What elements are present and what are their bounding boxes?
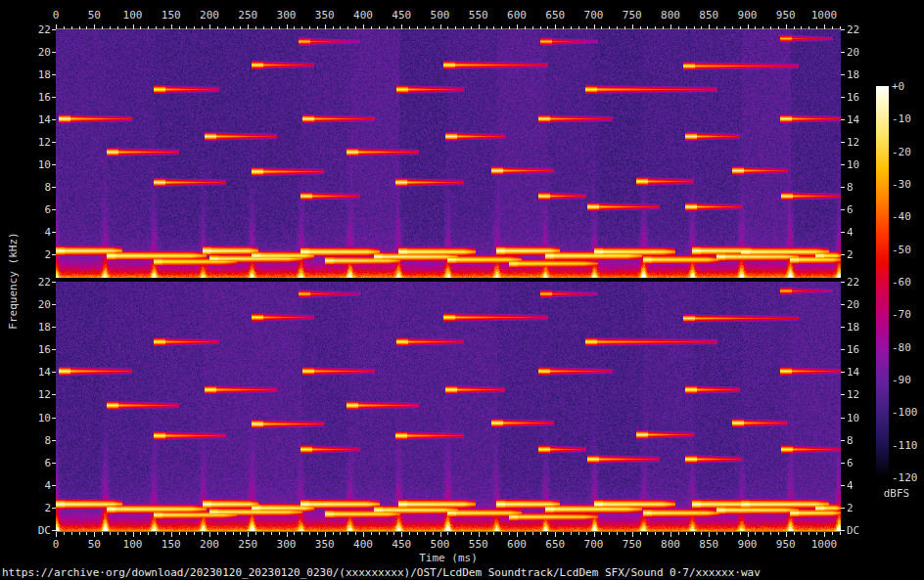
time-minor-tick-bottom [233,532,234,535]
freq-tick-right [841,29,845,30]
time-minor-tick-bottom [762,532,763,535]
time-minor-tick-bottom [563,532,564,535]
colorbar-tick-label: -40 [892,210,911,223]
time-minor-tick-top [724,26,725,29]
time-minor-tick-top [778,26,779,29]
freq-tick-left [52,463,56,464]
time-tick-label-bottom: 550 [469,538,488,551]
freq-tick-right [841,418,845,419]
time-minor-tick-top [532,26,533,29]
colorbar-tick-label: -30 [892,178,911,191]
freq-tick-right [841,119,845,120]
freq-tick-left [52,508,56,509]
freq-tick-label-right: 6 [847,203,854,216]
time-minor-tick-top [333,26,334,29]
time-tick-label-bottom: 250 [238,538,257,551]
time-tick-bottom [248,532,249,537]
time-minor-tick-top [509,26,510,29]
freq-tick-label-right: 14 [847,113,859,126]
time-minor-tick-bottom [117,532,118,535]
freq-tick-left [52,304,56,305]
freq-tick-left [52,52,56,53]
freq-tick-label-right: 22 [847,23,859,36]
time-tick-bottom [133,532,134,537]
time-tick-label-top: 400 [353,9,373,22]
freq-tick-right [841,485,845,486]
time-minor-tick-top [379,26,380,29]
time-minor-tick-top [340,26,341,29]
time-minor-tick-bottom [379,532,380,535]
freq-tick-label-left: 4 [22,226,51,239]
freq-tick-right [841,349,845,350]
time-tick-bottom [325,532,326,537]
time-tick-bottom [670,532,671,537]
freq-tick-left [52,530,56,531]
time-minor-tick-top [463,26,464,29]
time-minor-tick-bottom [640,532,641,535]
time-tick-label-top: 850 [699,9,718,22]
freq-tick-label-left: DC [22,524,51,537]
time-minor-tick-top [163,26,164,29]
time-minor-tick-top [317,26,318,29]
colorbar-tick-label: -110 [892,438,918,451]
time-tick-label-top: 750 [623,9,642,22]
freq-tick-label-left: 18 [22,321,51,334]
time-minor-tick-bottom [279,532,280,535]
time-minor-tick-top [640,26,641,29]
freq-tick-label-left: 4 [22,478,51,491]
time-minor-tick-bottom [202,532,203,535]
time-tick-top [171,24,172,29]
time-tick-label-top: 550 [469,9,488,22]
freq-tick-label-left: 2 [22,248,51,261]
time-tick-label-top: 300 [277,9,297,22]
time-minor-tick-top [140,26,141,29]
time-tick-label-bottom: 200 [200,538,219,551]
time-minor-tick-top [486,26,487,29]
freq-tick-right [841,394,845,395]
time-minor-tick-top [471,26,472,29]
time-minor-tick-bottom [340,532,341,535]
time-minor-tick-bottom [601,532,602,535]
time-minor-tick-bottom [255,532,256,535]
time-minor-tick-top [732,26,733,29]
freq-tick-label-right: 18 [847,321,859,334]
freq-tick-left [52,119,56,120]
time-minor-tick-bottom [770,532,771,535]
time-tick-top [325,24,326,29]
time-minor-tick-top [678,26,679,29]
freq-tick-right [841,508,845,509]
time-minor-tick-top [186,26,187,29]
freq-tick-left [52,97,56,98]
time-minor-tick-bottom [617,532,618,535]
time-minor-tick-bottom [140,532,141,535]
freq-tick-label-right: 20 [847,298,859,311]
freq-tick-left [52,282,56,283]
time-tick-top [56,24,57,29]
freq-tick-label-right: 4 [847,478,854,491]
time-minor-tick-top [701,26,702,29]
time-minor-tick-top [525,26,526,29]
time-minor-tick-bottom [578,532,579,535]
time-minor-tick-bottom [532,532,533,535]
time-tick-label-bottom: 0 [53,538,60,551]
time-minor-tick-top [110,26,111,29]
time-tick-label-bottom: 700 [584,538,604,551]
time-tick-label-bottom: 950 [776,538,796,551]
freq-tick-left [52,254,56,255]
time-tick-bottom [479,532,480,537]
time-minor-tick-bottom [71,532,72,535]
time-minor-tick-top [355,26,356,29]
time-minor-tick-top [148,26,149,29]
time-tick-top [287,24,288,29]
colorbar-tick-label: +0 [892,80,904,93]
time-minor-tick-bottom [240,532,241,535]
time-minor-tick-top [393,26,394,29]
freq-tick-right [841,282,845,283]
freq-tick-right [841,164,845,165]
time-minor-tick-top [832,26,833,29]
freq-tick-right [841,327,845,328]
time-tick-bottom [748,532,749,537]
time-minor-tick-bottom [355,532,356,535]
time-minor-tick-bottom [832,532,833,535]
time-minor-tick-top [770,26,771,29]
